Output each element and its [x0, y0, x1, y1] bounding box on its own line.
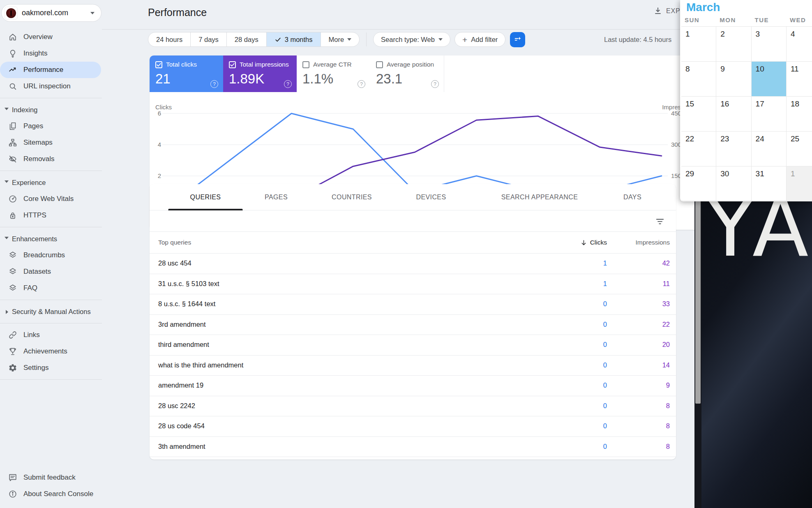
calendar-day-cell[interactable]: 29 — [681, 166, 716, 201]
table-row[interactable]: 28 usc 454142 — [150, 254, 676, 274]
sidebar-item-core-web-vitals[interactable]: Core Web Vitals — [0, 191, 102, 207]
calendar-day-cell[interactable]: 25 — [787, 131, 812, 166]
help-icon[interactable]: ? — [284, 80, 292, 88]
table-row[interactable]: 31 u.s.c. § 5103 text111 — [150, 274, 676, 295]
tab-search-appearance[interactable]: SEARCH APPEARANCE — [501, 184, 578, 210]
tab-devices[interactable]: DEVICES — [416, 184, 446, 210]
sidebar-item-links[interactable]: Links — [0, 327, 102, 343]
calendar-day-cell[interactable]: 1 — [681, 26, 716, 61]
table-row[interactable]: 3rd amendment022 — [150, 315, 676, 335]
checked-checkbox-icon[interactable] — [155, 61, 162, 68]
clicks-cell: 0 — [603, 402, 607, 410]
add-filter-button[interactable]: + Add filter — [454, 32, 505, 47]
sidebar-item-settings[interactable]: Settings — [0, 360, 102, 376]
table-row[interactable]: 8 u.s.c. § 1644 text033 — [150, 294, 676, 315]
filter-sparkle-icon — [513, 35, 522, 44]
sidebar-divider — [0, 227, 102, 227]
sitemap-icon — [8, 138, 18, 148]
table-row[interactable]: 28 usc 224208 — [150, 396, 676, 417]
sidebar-item-performance[interactable]: Performance — [0, 62, 101, 78]
tab-days[interactable]: DAYS — [623, 184, 641, 210]
metric-value: 1.89K — [229, 71, 291, 87]
sidebar-section-experience[interactable]: Experience — [0, 174, 102, 191]
metric-tile-average-position[interactable]: Average position23.1? — [370, 55, 444, 92]
unchecked-checkbox-icon[interactable] — [376, 61, 383, 68]
calendar-day-cell[interactable]: 8 — [681, 61, 716, 96]
unchecked-checkbox-icon[interactable] — [302, 61, 309, 68]
metric-label: Average position — [387, 61, 434, 68]
table-row[interactable]: amendment 1909 — [150, 376, 676, 396]
calendar-day-cell[interactable]: 1 — [787, 166, 812, 201]
metric-tile-total-impressions[interactable]: Total impressions1.89K? — [223, 55, 297, 92]
table-row[interactable]: 3th amendment08 — [150, 437, 676, 457]
clicks-cell: 0 — [603, 381, 607, 389]
trending-up-icon — [8, 65, 18, 75]
calendar-day-cell[interactable]: 16 — [716, 96, 751, 131]
help-icon[interactable]: ? — [210, 80, 218, 88]
help-icon[interactable]: ? — [358, 80, 365, 88]
range-button-7-days[interactable]: 7 days — [191, 32, 227, 46]
info-icon — [8, 489, 18, 499]
calendar-day-cell[interactable]: 9 — [716, 61, 751, 96]
search-type-button[interactable]: Search type: Web — [373, 32, 450, 47]
ai-filter-button[interactable] — [510, 32, 525, 47]
query-cell: 3th amendment — [158, 443, 205, 450]
tab-countries[interactable]: COUNTRIES — [332, 184, 372, 210]
clicks-cell: 0 — [603, 321, 607, 328]
sidebar-item-https[interactable]: HTTPS — [0, 207, 102, 224]
range-button-3-months[interactable]: 3 months — [267, 32, 321, 46]
sidebar-item-faq[interactable]: FAQ — [0, 280, 102, 296]
calendar-day-cell[interactable]: 4 — [787, 26, 812, 61]
sidebar-item-pages[interactable]: Pages — [0, 118, 102, 134]
sidebar-item-insights[interactable]: Insights — [0, 45, 102, 62]
more-button[interactable]: More — [321, 32, 360, 46]
filter-list-icon[interactable] — [655, 216, 665, 227]
help-icon[interactable]: ? — [431, 80, 439, 88]
sidebar-item-submit-feedback[interactable]: Submit feedback — [0, 469, 102, 486]
sidebar-section-security-manual-actions[interactable]: Security & Manual Actions — [0, 303, 102, 320]
scrollbar-thumb[interactable] — [695, 199, 701, 404]
calendar-day-header: SUN — [681, 16, 716, 26]
sidebar-item-achievements[interactable]: Achievements — [0, 343, 102, 360]
range-button-28-days[interactable]: 28 days — [227, 32, 267, 46]
sidebar-item-breadcrumbs[interactable]: Breadcrumbs — [0, 247, 102, 263]
calendar-day-cell[interactable]: 31 — [752, 166, 787, 201]
calendar-day-cell[interactable]: 30 — [716, 166, 751, 201]
sidebar-item-datasets[interactable]: Datasets — [0, 263, 102, 280]
checked-checkbox-icon[interactable] — [229, 61, 236, 68]
column-header-impressions[interactable]: Impressions — [635, 239, 670, 246]
range-button-24-hours[interactable]: 24 hours — [148, 32, 191, 46]
sidebar-section-enhancements[interactable]: Enhancements — [0, 231, 102, 247]
sidebar-item-sitemaps[interactable]: Sitemaps — [0, 134, 102, 151]
calendar-day-cell[interactable]: 22 — [681, 131, 716, 166]
tab-queries[interactable]: QUERIES — [190, 184, 221, 210]
calendar-day-cell[interactable]: 15 — [681, 96, 716, 131]
column-header-clicks[interactable]: Clicks — [580, 239, 607, 246]
sidebar-section-indexing[interactable]: Indexing — [0, 102, 102, 118]
table-row[interactable]: 28 us code 45408 — [150, 416, 676, 437]
calendar-day-cell[interactable]: 3 — [752, 26, 787, 61]
tab-pages[interactable]: PAGES — [265, 184, 288, 210]
calendar-day-cell[interactable]: 17 — [752, 96, 787, 131]
calendar-week-row: 891011 — [681, 61, 812, 96]
calendar-day-cell-selected[interactable]: 10 — [752, 61, 787, 96]
sidebar-item-url-inspection[interactable]: URL inspection — [0, 78, 102, 95]
property-selector[interactable]: oakmorel.com — [1, 4, 102, 22]
check-icon — [275, 36, 281, 43]
scrollbar[interactable] — [694, 198, 701, 508]
table-row[interactable]: what is the third amendment014 — [150, 356, 676, 376]
sidebar-item-removals[interactable]: Removals — [0, 151, 102, 167]
metric-tile-average-ctr[interactable]: Average CTR1.1%? — [297, 55, 370, 92]
calendar-day-cell[interactable]: 24 — [752, 131, 787, 166]
calendar-day-cell[interactable]: 11 — [787, 61, 812, 96]
sidebar-item-label: Settings — [23, 364, 48, 372]
chevron-down-icon — [5, 235, 12, 243]
sidebar-item-overview[interactable]: Overview — [0, 29, 102, 45]
calendar-day-cell[interactable]: 2 — [716, 26, 751, 61]
range-label: 24 hours — [156, 36, 182, 44]
sidebar-item-about-search-console[interactable]: About Search Console — [0, 486, 102, 502]
calendar-day-cell[interactable]: 23 — [716, 131, 751, 166]
calendar-day-cell[interactable]: 18 — [787, 96, 812, 131]
table-row[interactable]: third amendment020 — [150, 335, 676, 356]
metric-tile-total-clicks[interactable]: Total clicks21? — [150, 55, 223, 92]
